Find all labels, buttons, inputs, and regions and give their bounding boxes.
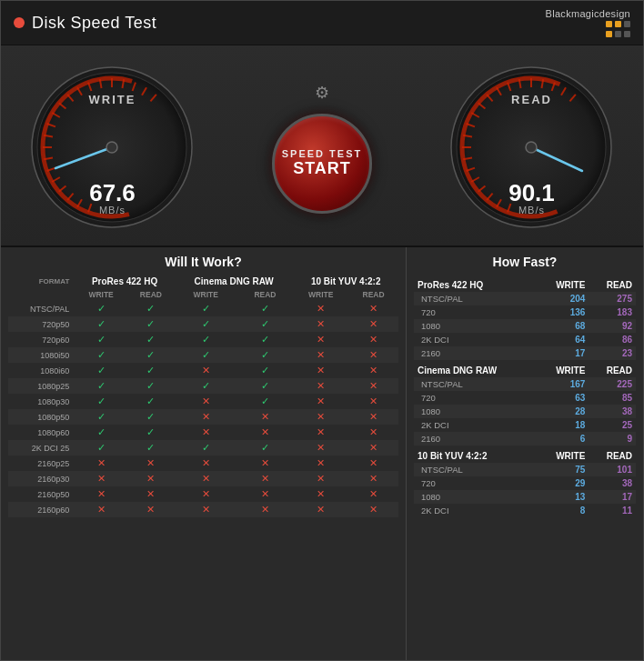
write-gauge: WRITE 67.6 MB/s [28,64,196,232]
write-col-header: WRITE [537,360,589,377]
cross-icon: ✕ [369,318,377,329]
table-row: 2K DCI 25 ✓ ✓ ✓ ✓ ✕ ✕ [8,440,398,456]
cdng-write-cell: ✕ [175,409,237,425]
brand-dot-3 [624,21,630,27]
table-row: 2160p50 ✕ ✕ ✕ ✕ ✕ ✕ [8,486,398,502]
read-value: 85 [589,391,636,405]
sub-label: 720 [414,305,537,319]
check-icon: ✓ [97,334,106,345]
cross-icon: ✕ [317,457,325,468]
cross-icon: ✕ [146,488,155,499]
yuv-read-cell: ✕ [348,363,398,378]
cdng-read-cell: ✕ [237,471,294,486]
cdng-write-cell: ✕ [175,486,237,502]
write-col-header: WRITE [537,446,589,463]
cdng-write-cell: ✓ [175,332,237,347]
list-item: 1080 68 92 [414,319,636,333]
sub-label: 720 [414,391,537,405]
prores-read-cell: ✕ [127,471,175,486]
format-cell: 2160p25 [8,456,75,471]
prores-read-cell: ✓ [127,316,175,332]
check-icon: ✓ [97,365,106,376]
cdng-read-cell: ✓ [237,394,294,409]
app-title: Disk Speed Test [32,14,156,33]
yuv-write-cell: ✕ [293,456,348,471]
read-col-header: READ [589,275,636,292]
cross-icon: ✕ [202,473,210,484]
yuv-read-cell: ✕ [348,471,398,486]
prores-read-cell: ✓ [127,409,175,425]
check-icon: ✓ [146,318,155,329]
write-value: 6 [537,432,589,446]
yuv-write-cell: ✕ [293,440,348,456]
table-row: 2160p60 ✕ ✕ ✕ ✕ ✕ ✕ [8,502,398,517]
cross-icon: ✕ [317,488,325,499]
prores-read-cell: ✓ [127,363,175,378]
yuv-write-cell: ✕ [293,471,348,486]
brand-dot-6 [624,31,630,37]
format-cell: 720p60 [8,332,75,347]
read-gauge-label: READ [511,93,552,106]
cdng-write-cell: ✕ [175,363,237,378]
cross-icon: ✕ [146,457,155,468]
check-icon: ✓ [146,426,155,437]
write-value: 18 [537,418,589,432]
gear-icon[interactable]: ⚙ [315,83,329,103]
cross-icon: ✕ [317,504,325,515]
will-it-work-panel: Will It Work? FORMAT ProRes 422 HQ Cinem… [1,247,407,660]
sub-label: 2K DCI [414,333,537,346]
prores-write-cell: ✓ [75,347,127,363]
sub-label: 720 [414,476,537,490]
check-icon: ✓ [261,365,269,376]
check-icon: ✓ [146,442,155,453]
cross-icon: ✕ [317,442,325,453]
sub-label: 1080 [414,405,537,418]
yuv-read-cell: ✕ [348,301,398,316]
format-col-header: FORMAT [8,275,75,288]
cdng-read-cell: ✓ [237,440,294,456]
category-label: ProRes 422 HQ [414,275,537,292]
yuv-read-cell: ✕ [348,394,398,409]
start-test-text: START [293,159,351,178]
check-icon: ✓ [97,349,106,360]
prores-read-cell: ✓ [127,425,175,440]
write-gauge-label: WRITE [89,93,136,106]
title-bar-left: Disk Speed Test [14,14,156,33]
window-close-button[interactable] [14,17,25,28]
table-row: 1080p30 ✓ ✓ ✕ ✓ ✕ ✕ [8,394,398,409]
cdng-write-cell: ✕ [175,456,237,471]
svg-point-51 [526,142,537,153]
prores-read-cell: ✓ [127,347,175,363]
read-gauge-center: 90.1 MB/s [508,181,555,215]
cross-icon: ✕ [146,473,155,484]
format-cell: 1080p60 [8,425,75,440]
cross-icon: ✕ [317,411,325,422]
prores-read-cell: ✕ [127,486,175,502]
write-value: 136 [537,305,589,319]
cross-icon: ✕ [202,396,210,406]
cross-icon: ✕ [97,473,106,484]
cross-icon: ✕ [369,303,377,314]
start-button[interactable]: SPEED TEST START [272,114,372,214]
cross-icon: ✕ [261,488,269,499]
cross-icon: ✕ [369,365,377,376]
cross-icon: ✕ [369,380,377,391]
start-speed-text: SPEED TEST [282,148,362,159]
write-value: 17 [537,346,589,360]
gauges-section: WRITE 67.6 MB/s ⚙ SPEED TEST START [1,45,643,247]
check-icon: ✓ [261,318,269,329]
prores-header: ProRes 422 HQ [75,275,175,288]
sub-label: NTSC/PAL [414,377,537,391]
list-item: 720 63 85 [414,391,636,405]
check-icon: ✓ [261,442,269,453]
read-value: 38 [589,405,636,418]
cross-icon: ✕ [369,457,377,468]
check-icon: ✓ [97,411,106,422]
check-icon: ✓ [261,334,269,345]
cdng-write-cell: ✓ [175,440,237,456]
yuv-write-cell: ✕ [293,502,348,517]
svg-point-25 [106,142,117,153]
format-cell: NTSC/PAL [8,301,75,316]
prores-read-cell: ✓ [127,378,175,394]
cross-icon: ✕ [369,442,377,453]
